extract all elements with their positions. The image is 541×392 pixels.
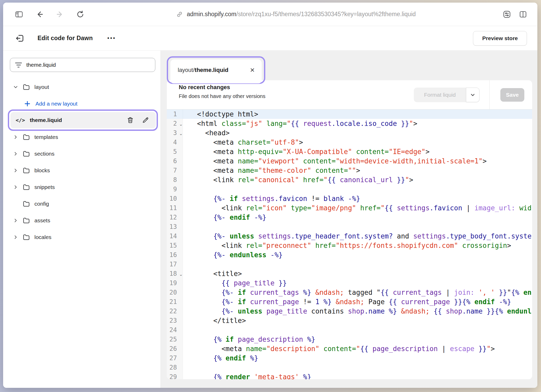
code-line-26[interactable]: 26 <meta name="description" content="{{ … <box>167 344 532 353</box>
tab-theme-liquid[interactable]: layout/theme.liquid ✕ <box>170 59 262 83</box>
line-number: 21 <box>167 297 183 307</box>
code-line-16[interactable]: 16 {%- endunless -%} <box>167 250 532 260</box>
code-line-5[interactable]: 5 <meta http-equiv="X-UA-Compatible" con… <box>167 147 532 156</box>
folder-label: sections <box>34 151 54 157</box>
sidebar-folder-sections[interactable]: sections <box>8 148 156 160</box>
folder-icon <box>22 233 30 241</box>
line-number: 4 <box>167 138 183 147</box>
code-line-24[interactable]: 24 <box>167 325 532 335</box>
chevron-right-icon[interactable] <box>13 218 19 223</box>
sidebar-folder-layout[interactable]: layout <box>8 81 156 93</box>
line-number: 7 <box>167 166 183 175</box>
line-number: 20 <box>167 288 183 297</box>
forward-button-icon[interactable] <box>56 10 64 19</box>
sidebar-folder-blocks[interactable]: blocks <box>8 164 156 177</box>
add-new-layout-button[interactable]: Add a new layout <box>8 97 156 110</box>
back-button-icon[interactable] <box>35 10 44 19</box>
line-number: 13 <box>167 222 183 231</box>
fold-arrow-icon[interactable]: › <box>176 274 186 276</box>
code-line-7[interactable]: 7 <meta name="theme-color" content=""> <box>167 166 532 175</box>
code-line-1[interactable]: 1<!doctype html> <box>167 109 532 119</box>
folder-label: config <box>34 201 49 207</box>
code-line-6[interactable]: 6 <meta name="viewport" content="width=d… <box>167 156 532 166</box>
line-number: 10 <box>167 194 183 203</box>
file-search-input[interactable]: theme.liquid <box>10 58 155 72</box>
chevron-right-icon[interactable] <box>13 134 19 140</box>
code-line-3[interactable]: 3› <head> <box>167 128 532 138</box>
address-bar[interactable]: admin.shopify.com/store/rzq1xu-f5/themes… <box>89 11 502 18</box>
code-line-13[interactable]: 13 <box>167 222 532 231</box>
sidebar-folder-config[interactable]: config <box>8 198 156 210</box>
line-number: 19 <box>167 278 183 288</box>
folder-icon <box>22 133 30 141</box>
code-line-14[interactable]: 14 {%- unless settings.type_header_font.… <box>167 231 532 241</box>
code-line-9[interactable]: 9 <box>167 185 532 194</box>
code-text <box>183 222 197 231</box>
browser-window: admin.shopify.com/store/rzq1xu-f5/themes… <box>3 3 537 388</box>
format-dropdown-button[interactable] <box>466 88 479 102</box>
page-title: Edit code for Dawn <box>38 35 93 42</box>
delete-file-icon[interactable] <box>127 117 134 124</box>
rename-file-icon[interactable] <box>142 117 149 124</box>
folder-icon <box>22 183 30 191</box>
save-button[interactable]: Save <box>500 88 524 102</box>
code-line-15[interactable]: 15 <link rel="preconnect" href="https://… <box>167 241 532 250</box>
chevron-right-icon[interactable] <box>13 151 19 157</box>
close-tab-icon[interactable]: ✕ <box>245 67 255 74</box>
sidebar-folder-snippets[interactable]: snippets <box>8 181 156 193</box>
code-line-4[interactable]: 4 <meta charset="utf-8"> <box>167 138 532 147</box>
code-line-29[interactable]: 29 {% render 'meta-tags' %} <box>167 372 532 379</box>
code-line-8[interactable]: 8 <link rel="canonical" href="{{ canonic… <box>167 175 532 185</box>
toolbar-divider <box>489 80 490 109</box>
code-line-27[interactable]: 27 {% endif %} <box>167 353 532 363</box>
code-line-20[interactable]: 20 {%- if current_tags %} &ndash; tagged… <box>167 288 532 297</box>
preview-store-button[interactable]: Preview store <box>473 31 527 46</box>
code-line-22[interactable]: 22 {%- unless page_title contains shop.n… <box>167 307 532 316</box>
url-text: admin.shopify.com/store/rzq1xu-f5/themes… <box>187 11 416 18</box>
sidebar-folder-assets[interactable]: assets <box>8 214 156 227</box>
code-text <box>183 260 197 269</box>
more-actions-button[interactable]: ••• <box>107 35 116 41</box>
exit-editor-icon[interactable] <box>15 34 24 43</box>
code-area[interactable]: 1<!doctype html>2›<html class="js" lang=… <box>167 109 532 379</box>
file-item-theme-liquid[interactable]: </>theme.liquid <box>10 112 156 128</box>
code-line-11[interactable]: 11 <link rel="icon" type="image/png" hre… <box>167 203 532 213</box>
chevron-right-icon[interactable] <box>13 184 19 190</box>
sidebar-folder-locales[interactable]: locales <box>8 231 156 243</box>
page-settings-icon[interactable] <box>502 10 511 19</box>
chevron-right-icon[interactable] <box>13 168 19 173</box>
code-line-10[interactable]: 10 {%- if settings.favicon != blank -%} <box>167 194 532 203</box>
sidebar-folder-templates[interactable]: templates <box>8 131 156 143</box>
code-line-25[interactable]: 25 {% if page_description %} <box>167 335 532 344</box>
line-number: 18› <box>167 269 183 278</box>
code-text: {%- if current_tags %} &ndash; tagged "{… <box>183 288 532 297</box>
fold-arrow-icon[interactable]: › <box>176 134 186 135</box>
code-text <box>183 325 197 335</box>
code-line-18[interactable]: 18› <title> <box>167 269 532 278</box>
folder-label: layout <box>34 84 49 90</box>
browser-toolbar: admin.shopify.com/store/rzq1xu-f5/themes… <box>3 3 537 26</box>
folder-label: snippets <box>34 184 55 190</box>
sidebar-toggle-icon[interactable] <box>15 10 23 19</box>
code-line-21[interactable]: 21 {%- if current_page != 1 %} &ndash; P… <box>167 297 532 307</box>
code-line-17[interactable]: 17 <box>167 260 532 269</box>
split-view-icon[interactable] <box>519 10 527 19</box>
format-liquid-button[interactable]: Format liquid <box>414 88 466 102</box>
code-text: <head> <box>183 128 230 138</box>
chevron-right-icon[interactable] <box>13 234 19 240</box>
code-text: {%- endif -%} <box>183 213 266 222</box>
code-line-2[interactable]: 2›<html class="js" lang="{{ request.loca… <box>167 119 532 128</box>
folder-label: locales <box>34 234 51 240</box>
chevron-down-icon[interactable] <box>13 84 19 90</box>
code-text: </title> <box>183 316 246 325</box>
code-line-19[interactable]: 19 {{ page_title }} <box>167 278 532 288</box>
fold-arrow-icon[interactable]: › <box>176 124 186 126</box>
code-text: {%- unless page_title contains shop.name… <box>183 307 532 316</box>
reload-icon[interactable] <box>76 10 84 19</box>
code-line-12[interactable]: 12 {%- endif -%} <box>167 213 532 222</box>
search-value: theme.liquid <box>26 62 56 68</box>
code-text <box>183 363 197 372</box>
code-line-23[interactable]: 23 </title> <box>167 316 532 325</box>
code-line-28[interactable]: 28 <box>167 363 532 372</box>
code-text: <meta charset="utf-8"> <box>183 138 303 147</box>
